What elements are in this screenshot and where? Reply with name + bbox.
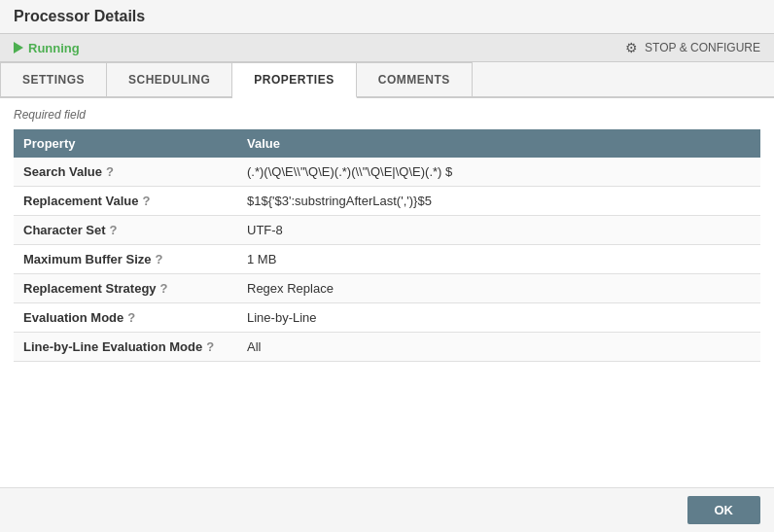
help-icon[interactable]: ? <box>160 281 168 296</box>
property-value-cell: All <box>237 333 683 362</box>
help-icon[interactable]: ? <box>206 339 214 354</box>
table-row: Search Value?(.*)(\Q\E\\"\Q\E)(.*)(\\"\Q… <box>14 158 760 187</box>
property-extra-cell <box>683 216 760 245</box>
property-extra-cell <box>683 158 760 187</box>
property-name-cell: Line-by-Line Evaluation Mode? <box>14 333 237 362</box>
tab-settings[interactable]: SETTINGS <box>0 62 107 96</box>
property-name-cell: Evaluation Mode? <box>14 303 237 333</box>
property-value-cell: Regex Replace <box>237 274 683 303</box>
page-title: Processor Details <box>14 8 760 25</box>
property-column-header: Property <box>14 129 237 158</box>
help-icon[interactable]: ? <box>106 164 114 179</box>
tab-bar: SETTINGS SCHEDULING PROPERTIES COMMENTS <box>0 62 774 98</box>
property-value-cell: $1${'$3':substringAfterLast(',')}$5 <box>237 187 683 216</box>
table-row: Replacement Strategy?Regex Replace <box>14 274 760 303</box>
gear-icon: ⚙ <box>625 40 638 55</box>
property-extra-cell <box>683 274 760 303</box>
properties-content: Required field Property Value Search Val… <box>0 98 774 487</box>
help-icon[interactable]: ? <box>110 223 118 237</box>
stop-configure-button[interactable]: ⚙ STOP & CONFIGURE <box>625 40 760 55</box>
processor-details-window: Processor Details Running ⚙ STOP & CONFI… <box>0 0 774 532</box>
table-row: Evaluation Mode?Line-by-Line <box>14 303 760 333</box>
table-row: Line-by-Line Evaluation Mode?All <box>14 333 760 362</box>
extra-column-header <box>683 129 760 158</box>
property-extra-cell <box>683 245 760 274</box>
property-name-cell: Replacement Strategy? <box>14 274 237 303</box>
title-bar: Processor Details <box>0 0 774 34</box>
property-name-cell: Search Value? <box>14 158 237 187</box>
property-name-cell: Replacement Value? <box>14 187 237 216</box>
table-row: Replacement Value?$1${'$3':substringAfte… <box>14 187 760 216</box>
help-icon[interactable]: ? <box>155 252 162 266</box>
table-row: Character Set?UTF-8 <box>14 216 760 245</box>
tab-scheduling[interactable]: SCHEDULING <box>107 62 232 96</box>
property-value-cell: 1 MB <box>237 245 683 274</box>
property-value-cell: Line-by-Line <box>237 303 683 333</box>
property-extra-cell <box>683 303 760 333</box>
property-value-cell: (.*)(\Q\E\\"\Q\E)(.*)(\\"\Q\E|\Q\E)(.*) … <box>237 158 683 187</box>
table-header-row: Property Value <box>14 129 760 158</box>
tab-properties[interactable]: PROPERTIES <box>232 62 356 98</box>
running-label: Running <box>28 41 80 55</box>
table-row: Maximum Buffer Size?1 MB <box>14 245 760 274</box>
help-icon[interactable]: ? <box>127 310 135 325</box>
footer: OK <box>0 487 774 532</box>
property-name-cell: Character Set? <box>14 216 237 245</box>
properties-table: Property Value Search Value?(.*)(\Q\E\\"… <box>14 129 760 362</box>
property-extra-cell <box>683 187 760 216</box>
running-button[interactable]: Running <box>14 41 80 55</box>
play-icon <box>14 42 23 53</box>
value-column-header: Value <box>237 129 683 158</box>
ok-button[interactable]: OK <box>687 496 761 524</box>
property-value-cell: UTF-8 <box>237 216 683 245</box>
property-extra-cell <box>683 333 760 362</box>
required-field-label: Required field <box>14 108 760 122</box>
toolbar: Running ⚙ STOP & CONFIGURE <box>0 34 774 62</box>
property-name-cell: Maximum Buffer Size? <box>14 245 237 274</box>
help-icon[interactable]: ? <box>143 194 151 208</box>
tab-comments[interactable]: COMMENTS <box>357 62 473 96</box>
stop-configure-label: STOP & CONFIGURE <box>645 41 760 54</box>
